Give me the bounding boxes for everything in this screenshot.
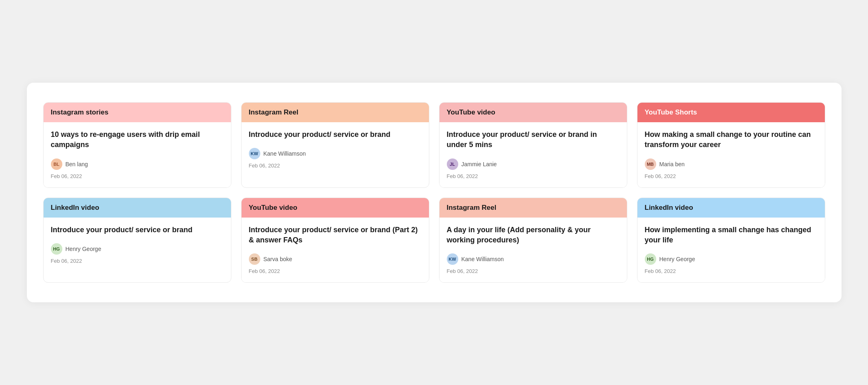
- card-header-3: YouTube video: [439, 103, 627, 122]
- author-name-1: Ben lang: [66, 161, 88, 167]
- card-body-1: 10 ways to re-engage users with drip ema…: [44, 122, 231, 187]
- card-meta-3: JL Jammie Lanie: [447, 158, 620, 170]
- avatar-8: HG: [645, 253, 656, 265]
- card-title-2: Introduce your product/ service or brand: [249, 130, 422, 140]
- card-title-6: Introduce your product/ service or brand…: [249, 225, 422, 245]
- author-name-4: Maria ben: [659, 161, 685, 167]
- card-header-6: YouTube video: [242, 198, 429, 218]
- author-name-8: Henry George: [659, 256, 695, 262]
- card-header-4: YouTube Shorts: [637, 103, 825, 122]
- card-meta-4: MB Maria ben: [645, 158, 817, 170]
- card-title-8: How implementing a small change has chan…: [645, 225, 817, 245]
- card-meta-7: KW Kane Williamson: [447, 253, 620, 265]
- content-card-7[interactable]: Instagram Reel A day in your life (Add p…: [439, 198, 627, 283]
- card-meta-6: SB Sarva boke: [249, 253, 422, 265]
- author-name-6: Sarva boke: [264, 256, 292, 262]
- card-title-3: Introduce your product/ service or brand…: [447, 130, 620, 150]
- card-meta-2: KW Kane Williamson: [249, 148, 422, 159]
- card-grid: Instagram stories 10 ways to re-engage u…: [43, 102, 825, 283]
- content-card-2[interactable]: Instagram Reel Introduce your product/ s…: [241, 102, 429, 187]
- card-date-5: Feb 06, 2022: [51, 258, 224, 264]
- card-meta-1: BL Ben lang: [51, 158, 224, 170]
- card-header-2: Instagram Reel: [242, 103, 429, 122]
- card-title-5: Introduce your product/ service or brand: [51, 225, 224, 235]
- main-container: Instagram stories 10 ways to re-engage u…: [27, 83, 842, 302]
- card-body-7: A day in your life (Add personality & yo…: [439, 218, 627, 282]
- card-date-4: Feb 06, 2022: [645, 173, 817, 179]
- content-card-5[interactable]: LinkedIn video Introduce your product/ s…: [43, 198, 231, 283]
- content-card-8[interactable]: LinkedIn video How implementing a small …: [637, 198, 825, 283]
- card-body-3: Introduce your product/ service or brand…: [439, 122, 627, 187]
- card-body-2: Introduce your product/ service or brand…: [242, 122, 429, 177]
- avatar-4: MB: [645, 158, 656, 170]
- avatar-6: SB: [249, 253, 260, 265]
- card-body-8: How implementing a small change has chan…: [637, 218, 825, 282]
- avatar-1: BL: [51, 158, 62, 170]
- card-date-3: Feb 06, 2022: [447, 173, 620, 179]
- card-body-5: Introduce your product/ service or brand…: [44, 218, 231, 272]
- author-name-5: Henry George: [66, 246, 101, 252]
- card-title-4: How making a small change to your routin…: [645, 130, 817, 150]
- content-card-3[interactable]: YouTube video Introduce your product/ se…: [439, 102, 627, 187]
- avatar-3: JL: [447, 158, 458, 170]
- content-card-1[interactable]: Instagram stories 10 ways to re-engage u…: [43, 102, 231, 187]
- avatar-2: KW: [249, 148, 260, 159]
- card-header-7: Instagram Reel: [439, 198, 627, 218]
- card-date-7: Feb 06, 2022: [447, 268, 620, 274]
- avatar-5: HG: [51, 243, 62, 255]
- card-date-2: Feb 06, 2022: [249, 163, 422, 169]
- card-date-6: Feb 06, 2022: [249, 268, 422, 274]
- author-name-3: Jammie Lanie: [461, 161, 497, 167]
- avatar-7: KW: [447, 253, 458, 265]
- author-name-7: Kane Williamson: [461, 256, 504, 262]
- card-header-8: LinkedIn video: [637, 198, 825, 218]
- card-date-8: Feb 06, 2022: [645, 268, 817, 274]
- card-meta-5: HG Henry George: [51, 243, 224, 255]
- card-body-4: How making a small change to your routin…: [637, 122, 825, 187]
- author-name-2: Kane Williamson: [264, 150, 306, 157]
- content-card-4[interactable]: YouTube Shorts How making a small change…: [637, 102, 825, 187]
- content-card-6[interactable]: YouTube video Introduce your product/ se…: [241, 198, 429, 283]
- card-body-6: Introduce your product/ service or brand…: [242, 218, 429, 282]
- card-title-1: 10 ways to re-engage users with drip ema…: [51, 130, 224, 150]
- card-title-7: A day in your life (Add personality & yo…: [447, 225, 620, 245]
- card-header-1: Instagram stories: [44, 103, 231, 122]
- card-meta-8: HG Henry George: [645, 253, 817, 265]
- card-header-5: LinkedIn video: [44, 198, 231, 218]
- card-date-1: Feb 06, 2022: [51, 173, 224, 179]
